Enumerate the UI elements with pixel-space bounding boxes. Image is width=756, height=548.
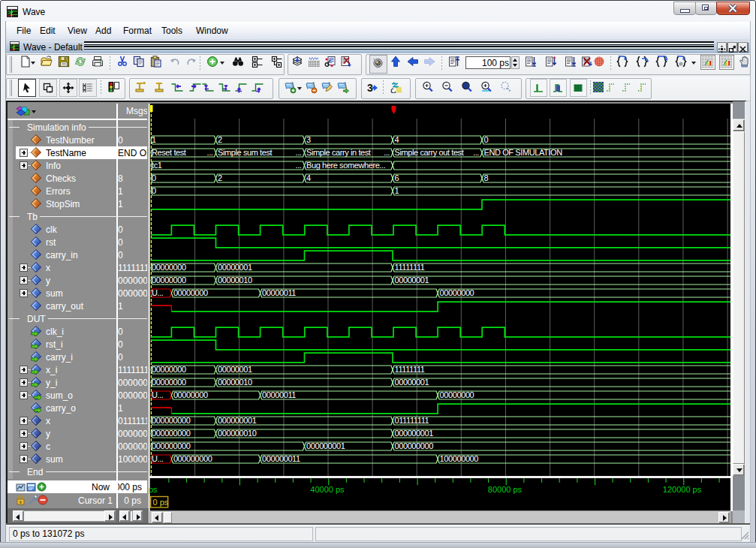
svg-text:...: ...	[384, 148, 390, 157]
svg-text:2: 2	[218, 173, 222, 182]
svg-text:00000001: 00000001	[395, 276, 429, 285]
svg-text:tc1: tc1	[152, 161, 162, 170]
svg-text:000000011: 000000011	[262, 454, 300, 463]
svg-text:...: ...	[296, 161, 302, 170]
svg-text:ps: ps	[149, 485, 158, 494]
svg-text:6: 6	[395, 173, 399, 182]
svg-text:U...: U...	[152, 454, 164, 463]
svg-text:END OF SIMULATION: END OF SIMULATION	[484, 148, 563, 157]
svg-text:Bug here somewhere...: Bug here somewhere...	[306, 161, 386, 170]
svg-text:00000000: 00000000	[152, 276, 186, 285]
svg-text:1: 1	[152, 135, 156, 144]
svg-text:000000010: 000000010	[218, 429, 257, 438]
svg-text:000000000: 000000000	[152, 416, 191, 425]
svg-text:00000000: 00000000	[173, 390, 208, 399]
svg-text:8: 8	[484, 173, 489, 182]
svg-text:00000001: 00000001	[395, 378, 429, 387]
svg-text:11111111: 11111111	[395, 263, 425, 272]
svg-text:11111111: 11111111	[395, 365, 425, 374]
svg-text:00000001: 00000001	[218, 263, 252, 272]
svg-text:...: ...	[296, 148, 302, 157]
svg-text:100000000: 100000000	[440, 454, 479, 463]
svg-text:000000001: 000000001	[395, 429, 434, 438]
svg-text:Simple carry in test: Simple carry in test	[306, 148, 371, 157]
svg-text:...: ...	[207, 148, 213, 157]
svg-text:00000000: 00000000	[440, 390, 474, 399]
svg-text:00000010: 00000010	[218, 276, 252, 285]
svg-text:000000000: 000000000	[152, 441, 191, 450]
svg-text:80000 ps: 80000 ps	[488, 485, 523, 494]
svg-text:3: 3	[306, 135, 311, 144]
svg-text:00000011: 00000011	[262, 288, 296, 297]
svg-text:2: 2	[218, 135, 222, 144]
svg-text:011111111: 011111111	[395, 416, 429, 425]
svg-text:000000001: 000000001	[306, 441, 345, 450]
svg-text:00000011: 00000011	[262, 390, 296, 399]
svg-text:4: 4	[306, 173, 311, 182]
svg-text:00000000: 00000000	[152, 378, 186, 387]
svg-text:U...: U...	[152, 390, 164, 399]
svg-text:00000000: 00000000	[152, 365, 186, 374]
svg-text:U...: U...	[152, 288, 164, 297]
svg-text:000000000: 000000000	[152, 429, 191, 438]
svg-text:Reset test: Reset test	[152, 148, 186, 157]
svg-text:000000001: 000000001	[218, 416, 257, 425]
svg-text:120000 ps: 120000 ps	[663, 485, 702, 494]
svg-text:00000000: 00000000	[440, 288, 474, 297]
svg-text:0 ps: 0 ps	[153, 498, 169, 507]
svg-text:1: 1	[395, 186, 399, 195]
svg-text:40000 ps: 40000 ps	[310, 485, 345, 494]
svg-text:0: 0	[152, 186, 156, 195]
svg-text:00000010: 00000010	[218, 378, 252, 387]
svg-text:000000000: 000000000	[395, 441, 434, 450]
svg-text:00000000: 00000000	[173, 288, 208, 297]
svg-text:...: ...	[473, 148, 479, 157]
svg-text:00000000: 00000000	[152, 263, 186, 272]
svg-text:4: 4	[395, 135, 399, 144]
svg-text:Simple carry out test: Simple carry out test	[395, 148, 464, 157]
svg-text:Simple sum test: Simple sum test	[218, 148, 273, 157]
svg-text:000000000: 000000000	[173, 454, 212, 463]
svg-text:00000001: 00000001	[218, 365, 252, 374]
svg-text:0: 0	[484, 135, 489, 144]
svg-text:0: 0	[152, 173, 156, 182]
